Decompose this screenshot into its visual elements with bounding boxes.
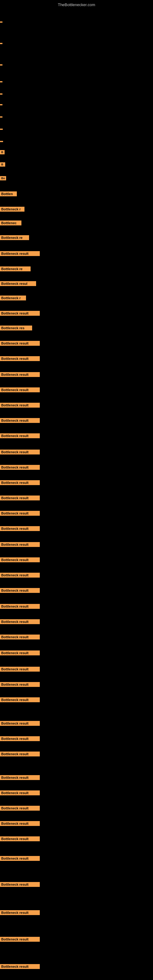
- bar-label-12: Bottlen: [0, 191, 17, 196]
- bar-label-17: Bottleneck re: [0, 266, 30, 271]
- bar-label-10: B: [0, 162, 5, 167]
- bar-label-7: [0, 129, 3, 130]
- bar-label-46: Bottleneck result: [0, 721, 40, 726]
- bar-item-11: Bo: [0, 176, 6, 181]
- bar-item-20: Bottleneck result: [0, 311, 40, 317]
- bar-item-7: [0, 126, 3, 131]
- bar-item-16: Bottleneck result: [0, 251, 40, 257]
- bar-item-56: Bottleneck result: [0, 910, 40, 916]
- bar-label-52: Bottleneck result: [0, 821, 40, 826]
- bar-label-25: Bottleneck result: [0, 387, 40, 392]
- bar-item-6: [0, 113, 2, 119]
- bar-item-29: Bottleneck result: [0, 450, 40, 456]
- bar-item-19: Bottleneck r: [0, 296, 26, 302]
- bar-item-22: Bottleneck result: [0, 341, 40, 347]
- bar-item-0: [0, 18, 2, 24]
- bar-label-16: Bottleneck result: [0, 251, 40, 256]
- bar-label-20: Bottleneck result: [0, 311, 40, 316]
- bar-item-54: Bottleneck result: [0, 856, 40, 862]
- bar-label-28: Bottleneck result: [0, 433, 40, 438]
- bar-label-22: Bottleneck result: [0, 341, 40, 346]
- bar-item-40: Bottleneck result: [0, 619, 40, 625]
- bar-label-32: Bottleneck result: [0, 495, 40, 500]
- bar-label-23: Bottleneck result: [0, 356, 40, 361]
- bar-item-49: Bottleneck result: [0, 775, 40, 781]
- bar-item-13: Bottleneck r: [0, 207, 24, 213]
- bar-label-47: Bottleneck result: [0, 736, 40, 741]
- bar-label-36: Bottleneck result: [0, 557, 40, 562]
- bar-item-33: Bottleneck result: [0, 511, 40, 517]
- bar-item-24: Bottleneck result: [0, 372, 40, 378]
- bar-label-43: Bottleneck result: [0, 667, 40, 671]
- bar-item-1: [0, 40, 2, 45]
- bar-label-39: Bottleneck result: [0, 604, 40, 609]
- bar-item-8: [0, 138, 3, 143]
- bar-label-21: Bottleneck res: [0, 326, 32, 331]
- bar-label-45: Bottleneck result: [0, 697, 40, 702]
- bar-item-10: B: [0, 162, 5, 168]
- bar-label-58: Bottleneck result: [0, 964, 40, 969]
- bar-item-25: Bottleneck result: [0, 387, 40, 393]
- bar-label-15: Bottleneck re: [0, 235, 29, 240]
- bar-label-30: Bottleneck result: [0, 465, 40, 470]
- bar-label-56: Bottleneck result: [0, 910, 40, 915]
- bar-item-26: Bottleneck result: [0, 403, 40, 409]
- bar-label-29: Bottleneck result: [0, 450, 40, 455]
- bar-label-1: [0, 43, 2, 44]
- bar-item-53: Bottleneck result: [0, 836, 40, 843]
- bar-label-50: Bottleneck result: [0, 791, 40, 795]
- bar-label-42: Bottleneck result: [0, 651, 40, 655]
- bar-item-27: Bottleneck result: [0, 418, 40, 424]
- bar-label-40: Bottleneck result: [0, 619, 40, 624]
- bar-item-55: Bottleneck result: [0, 882, 40, 888]
- bar-item-42: Bottleneck result: [0, 651, 40, 657]
- bar-item-45: Bottleneck result: [0, 697, 40, 703]
- bar-item-9: B: [0, 150, 5, 156]
- bar-label-44: Bottleneck result: [0, 682, 40, 687]
- bar-label-19: Bottleneck r: [0, 296, 26, 301]
- bar-label-24: Bottleneck result: [0, 372, 40, 377]
- bar-item-58: Bottleneck result: [0, 964, 40, 970]
- bar-label-18: Bottleneck resul: [0, 281, 36, 286]
- bar-item-39: Bottleneck result: [0, 604, 40, 610]
- bar-item-36: Bottleneck result: [0, 557, 40, 563]
- bar-label-0: [0, 21, 2, 23]
- bar-item-2: [0, 61, 2, 67]
- bar-item-4: [0, 90, 2, 96]
- bar-item-44: Bottleneck result: [0, 682, 40, 688]
- bar-label-14: Bottlenec: [0, 221, 21, 225]
- bar-item-5: [0, 101, 2, 107]
- bar-label-51: Bottleneck result: [0, 806, 40, 811]
- bar-label-49: Bottleneck result: [0, 775, 40, 780]
- bar-label-31: Bottleneck result: [0, 480, 40, 485]
- bar-item-17: Bottleneck re: [0, 266, 30, 272]
- bar-label-35: Bottleneck result: [0, 542, 40, 547]
- bar-item-31: Bottleneck result: [0, 480, 40, 486]
- bar-label-9: B: [0, 150, 5, 154]
- bar-item-38: Bottleneck result: [0, 588, 40, 594]
- bar-label-38: Bottleneck result: [0, 588, 40, 593]
- bar-label-2: [0, 64, 2, 65]
- site-title: TheBottlenecker.com: [58, 2, 95, 7]
- bar-item-51: Bottleneck result: [0, 806, 40, 812]
- bar-label-55: Bottleneck result: [0, 882, 40, 887]
- bar-item-52: Bottleneck result: [0, 821, 40, 827]
- bar-item-3: [0, 78, 2, 84]
- bar-item-46: Bottleneck result: [0, 721, 40, 727]
- bar-label-54: Bottleneck result: [0, 856, 40, 861]
- bar-item-35: Bottleneck result: [0, 542, 40, 548]
- bar-item-30: Bottleneck result: [0, 465, 40, 471]
- bar-label-57: Bottleneck result: [0, 937, 40, 942]
- bar-label-4: [0, 94, 2, 95]
- bar-item-50: Bottleneck result: [0, 791, 40, 797]
- bar-label-13: Bottleneck r: [0, 207, 24, 212]
- bar-item-48: Bottleneck result: [0, 751, 40, 758]
- bar-label-11: Bo: [0, 176, 6, 180]
- bar-label-53: Bottleneck result: [0, 836, 40, 841]
- bar-item-57: Bottleneck result: [0, 937, 40, 943]
- bar-label-41: Bottleneck result: [0, 635, 40, 640]
- bar-item-43: Bottleneck result: [0, 667, 40, 673]
- bar-item-47: Bottleneck result: [0, 736, 40, 742]
- bar-label-8: [0, 141, 3, 142]
- bar-label-37: Bottleneck result: [0, 573, 40, 578]
